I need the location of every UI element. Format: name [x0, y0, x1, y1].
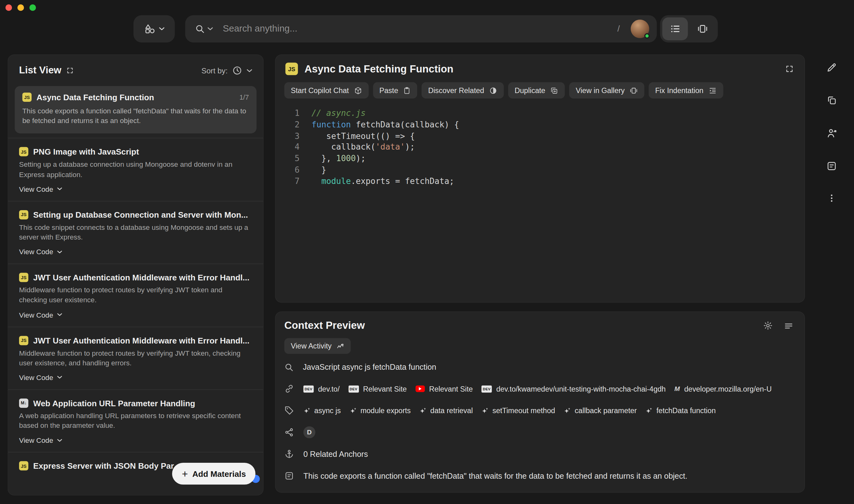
- material-type-filter-button[interactable]: [134, 15, 175, 42]
- chevron-down-icon: [57, 313, 62, 316]
- search-icon: [284, 362, 293, 372]
- tag-chip[interactable]: fetchData function: [646, 407, 716, 415]
- expand-list-icon[interactable]: [66, 67, 73, 74]
- view-code-toggle[interactable]: View Code: [19, 248, 252, 256]
- duplicate-button[interactable]: Duplicate: [508, 82, 565, 98]
- list-item-title: JWT User Authentication Middleware with …: [33, 336, 252, 345]
- pencil-icon: [826, 62, 837, 73]
- devto-icon: DEV: [303, 385, 314, 393]
- list-item-title: PNG Image with JavaScript: [33, 147, 252, 157]
- menu-lines-icon[interactable]: [784, 321, 794, 330]
- code-text: // async.js: [300, 108, 366, 119]
- view-activity-button[interactable]: View Activity: [284, 338, 351, 354]
- tag-chips: async js module exports data retrieval s…: [303, 407, 794, 415]
- chevron-down-icon[interactable]: [208, 27, 213, 30]
- search-bar[interactable]: /: [185, 15, 657, 42]
- context-anchors-row: 0 Related Anchors: [275, 443, 804, 465]
- view-code-toggle[interactable]: View Code: [19, 436, 252, 444]
- tag-chip[interactable]: data retrieval: [420, 407, 473, 415]
- list-panel: List View Sort by: JS Async Data Fetchin…: [7, 54, 263, 495]
- website-chip[interactable]: M developer.mozilla.org/en-U: [674, 385, 771, 393]
- website-chip[interactable]: DEV dev.to/kwamedev/unit-testing-with-mo…: [482, 385, 666, 393]
- list-item-description: This code snippet connects to a database…: [19, 223, 252, 242]
- list-item-selected[interactable]: JS Async Data Fetching Function 1/7 This…: [15, 86, 256, 133]
- list-item-description: A web application handling URL parameter…: [19, 411, 252, 431]
- gear-icon[interactable]: [763, 321, 773, 330]
- search-input[interactable]: [223, 23, 613, 34]
- list-item-title: Web Application URL Parameter Handling: [33, 398, 252, 408]
- sort-by-control[interactable]: Sort by:: [201, 65, 252, 76]
- code-text: setTimeout(() => {: [300, 130, 415, 142]
- tag-chip[interactable]: callback parameter: [564, 407, 637, 415]
- list-view-button[interactable]: [662, 17, 688, 40]
- close-window-button[interactable]: [5, 4, 12, 11]
- context-panel-header: Context Preview: [275, 312, 804, 331]
- website-label: Relevant Site: [429, 385, 473, 393]
- share-user-button[interactable]: [826, 127, 837, 139]
- start-copilot-chat-button[interactable]: Start Copilot Chat: [284, 82, 368, 98]
- code-line: 2 function fetchData(callback) {: [275, 119, 804, 130]
- view-in-gallery-button[interactable]: View in Gallery: [569, 82, 644, 98]
- view-code-toggle[interactable]: View Code: [19, 374, 252, 382]
- code-line: 1 // async.js: [275, 108, 804, 119]
- javascript-icon: JS: [19, 147, 29, 157]
- list-item-counter: 1/7: [239, 93, 249, 101]
- list-item[interactable]: JS JWT User Authentication Middleware wi…: [8, 326, 263, 389]
- tag-label: fetchData function: [657, 407, 716, 415]
- online-status-dot: [644, 33, 650, 38]
- fix-indentation-button[interactable]: Fix Indentation: [649, 82, 723, 98]
- list-item[interactable]: JS PNG Image with JavaScript Setting up …: [8, 138, 263, 201]
- javascript-icon: JS: [19, 273, 29, 282]
- add-materials-label: Add Materials: [192, 469, 246, 479]
- tag-label: callback parameter: [575, 407, 637, 415]
- edit-button[interactable]: [826, 62, 837, 73]
- website-chip[interactable]: Relevant Site: [415, 385, 473, 393]
- youtube-icon: [415, 385, 425, 392]
- sparkle-icon: [482, 407, 489, 414]
- zoom-window-button[interactable]: [29, 4, 36, 11]
- copy-icon: [826, 95, 837, 106]
- code-text: }, 1000);: [300, 153, 366, 164]
- list-item[interactable]: JS Setting up Database Connection and Se…: [8, 201, 263, 264]
- copy-button[interactable]: [826, 95, 837, 106]
- list-item[interactable]: M↓ Web Application URL Parameter Handlin…: [8, 389, 263, 452]
- shared-user-badge[interactable]: D: [303, 426, 315, 438]
- view-code-toggle[interactable]: View Code: [19, 185, 252, 193]
- more-options-button[interactable]: [827, 193, 837, 203]
- javascript-icon: JS: [19, 210, 29, 219]
- javascript-icon: JS: [22, 92, 32, 102]
- activity-trend-icon: [336, 342, 344, 350]
- minimize-window-button[interactable]: [17, 4, 24, 11]
- view-code-label: View Code: [19, 248, 53, 256]
- list-item-description: Middleware function to protect routes by…: [19, 285, 252, 305]
- paste-button[interactable]: Paste: [373, 82, 417, 98]
- avatar[interactable]: [631, 20, 649, 38]
- website-chip[interactable]: DEV dev.to/: [303, 385, 340, 393]
- line-number: 5: [275, 153, 300, 164]
- context-query-row: JavaScript async js fetchData function: [275, 356, 804, 378]
- gallery-view-button[interactable]: [689, 17, 715, 40]
- chevron-down-icon: [159, 27, 164, 30]
- context-search-query: JavaScript async js fetchData function: [303, 362, 436, 371]
- code-text: }: [300, 165, 326, 176]
- context-tags-row: async js module exports data retrieval s…: [275, 400, 804, 421]
- view-code-toggle[interactable]: View Code: [19, 311, 252, 319]
- discover-related-button[interactable]: Discover Related: [422, 82, 504, 98]
- annotations-button[interactable]: [826, 161, 837, 172]
- related-anchors-label[interactable]: 0 Related Anchors: [303, 450, 368, 458]
- tag-chip[interactable]: module exports: [350, 407, 411, 415]
- list-item[interactable]: JS JWT User Authentication Middleware wi…: [8, 264, 263, 326]
- sparkle-icon: [564, 407, 571, 414]
- code-text: function fetchData(callback) {: [300, 119, 459, 130]
- add-materials-button[interactable]: + Add Materials: [172, 463, 256, 485]
- code-line: 5 }, 1000);: [275, 153, 804, 164]
- expand-code-icon[interactable]: [785, 65, 794, 73]
- tag-chip[interactable]: async js: [303, 407, 341, 415]
- code-line: 3 setTimeout(() => {: [275, 130, 804, 142]
- chevron-down-icon: [57, 250, 62, 253]
- list-item-description: Middleware function to protect routes by…: [19, 348, 252, 368]
- line-number: 1: [275, 108, 300, 119]
- website-chip[interactable]: DEV Relevant Site: [348, 385, 407, 393]
- list-items: JS Async Data Fetching Function 1/7 This…: [8, 86, 263, 478]
- tag-chip[interactable]: setTimeout method: [482, 407, 555, 415]
